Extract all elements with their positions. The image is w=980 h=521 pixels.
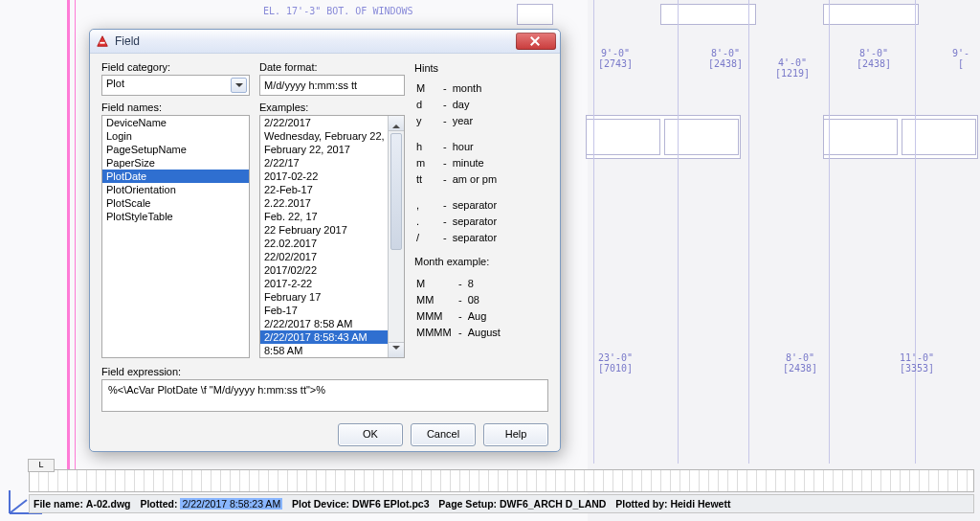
window-rect: [902, 119, 976, 155]
examples-item[interactable]: 22 February 2017: [260, 223, 389, 237]
status-plotted-label: Plotted:: [140, 498, 177, 510]
examples-item[interactable]: 2017-2-22: [260, 277, 389, 290]
window-rect: [660, 4, 756, 25]
window-rect: [823, 119, 898, 155]
dim-label: 8'-0"[2438]: [857, 48, 891, 69]
examples-item[interactable]: Feb-17: [260, 304, 389, 317]
hints-label: Hints: [414, 61, 548, 76]
examples-item[interactable]: February 17: [260, 290, 389, 304]
scroll-up-button[interactable]: [389, 116, 404, 131]
month-example-label: Month example:: [414, 255, 548, 269]
examples-item[interactable]: 2/22/2017: [260, 116, 389, 129]
field-category-label: Field category:: [101, 61, 250, 73]
scroll-thumb[interactable]: [390, 133, 402, 250]
field-names-item[interactable]: PlotScale: [102, 196, 249, 210]
examples-item[interactable]: 2017/02/22: [260, 263, 389, 277]
examples-label: Examples:: [259, 102, 405, 113]
field-names-item[interactable]: PlotOrientation: [102, 183, 249, 196]
gridline: [678, 0, 679, 464]
gridline: [593, 0, 594, 464]
status-device: DWF6 EPlot.pc3: [352, 498, 430, 510]
dim-label: 8'-0"[2438]: [708, 48, 743, 69]
examples-item[interactable]: Wednesday, February 22, 2017: [260, 129, 389, 143]
examples-item[interactable]: 22/02/2017: [260, 250, 389, 263]
expression-label: Field expression:: [101, 366, 548, 377]
expression-value: %<\AcVar PlotDate \f "M/d/yyyy h:mm:ss t…: [101, 379, 548, 412]
status-plottedby: Heidi Hewett: [670, 498, 730, 510]
examples-item[interactable]: 2/22/2017 8:58:43 AM: [260, 330, 389, 344]
ruler[interactable]: L: [29, 469, 974, 492]
status-bar: File name: A-02.dwg Plotted: 2/22/2017 8…: [29, 494, 974, 513]
ruler-tab[interactable]: L: [28, 459, 55, 472]
examples-item[interactable]: 8:58:43 AM: [260, 357, 389, 358]
dialog-title: Field: [115, 34, 516, 48]
gridline: [829, 0, 830, 464]
scroll-down-button[interactable]: [389, 342, 404, 357]
window-rect: [664, 119, 739, 155]
month-example-table: M-8MM-08MMM-AugMMMM-August: [414, 275, 506, 342]
examples-item[interactable]: Feb. 22, 17: [260, 210, 389, 223]
status-filename: A-02.dwg: [86, 498, 131, 510]
status-pagesetup: DWF6_ARCH D_LAND: [500, 498, 606, 510]
date-format-input[interactable]: M/d/yyyy h:mm:ss tt: [259, 75, 405, 96]
field-names-label: Field names:: [101, 102, 250, 113]
cancel-button[interactable]: Cancel: [411, 423, 476, 446]
gridline: [915, 0, 916, 464]
gridline: [748, 0, 749, 464]
field-category-value: Plot: [106, 78, 124, 89]
field-dialog: Field Field category: Plot Field names: …: [89, 29, 561, 452]
field-names-item[interactable]: PlotDate: [102, 170, 249, 183]
app-icon: [96, 34, 109, 48]
examples-item[interactable]: 22.02.2017: [260, 237, 389, 250]
status-pagesetup-label: Page Setup:: [438, 498, 497, 510]
dim-label: 9'-0"[2743]: [598, 48, 633, 69]
dim-label: 23'-0"[7010]: [598, 352, 633, 374]
status-device-label: Plot Device:: [292, 498, 349, 510]
close-button[interactable]: [516, 33, 556, 50]
ok-button[interactable]: OK: [338, 423, 403, 446]
examples-item[interactable]: 8:58 AM: [260, 344, 389, 357]
field-names-item[interactable]: Login: [102, 129, 249, 143]
dim-label: 4'-0"[1219]: [775, 57, 810, 79]
examples-item[interactable]: 2017-02-22: [260, 170, 389, 183]
field-category-combo[interactable]: Plot: [101, 75, 250, 96]
dim-label: 11'-0"[3353]: [900, 352, 934, 374]
field-names-list[interactable]: DeviceNameLoginPageSetupNamePaperSizePlo…: [101, 115, 250, 358]
examples-item[interactable]: 2.22.2017: [260, 196, 389, 210]
status-filename-label: File name:: [33, 498, 83, 510]
window-rect: [586, 119, 660, 155]
dim-label: 9'-[: [952, 48, 969, 69]
field-names-item[interactable]: PaperSize: [102, 156, 249, 170]
field-names-item[interactable]: PageSetupName: [102, 143, 249, 156]
status-plotted-value: 2/22/2017 8:58:23 AM: [180, 498, 282, 510]
window-rect: [823, 4, 919, 25]
svg-rect-0: [100, 42, 104, 44]
chevron-down-icon[interactable]: [231, 78, 247, 93]
dim-label: 8'-0"[2438]: [783, 352, 817, 374]
examples-item[interactable]: 22-Feb-17: [260, 183, 389, 196]
examples-item[interactable]: 2/22/17: [260, 156, 389, 170]
field-names-item[interactable]: DeviceName: [102, 116, 249, 129]
examples-list[interactable]: 2/22/2017Wednesday, February 22, 2017Feb…: [259, 115, 405, 358]
titlebar[interactable]: Field: [90, 30, 560, 54]
scrollbar[interactable]: [388, 116, 404, 357]
window-rect: [517, 4, 553, 25]
help-button[interactable]: Help: [483, 423, 548, 446]
elevation-note: EL. 17'-3" BOT. OF WINDOWS: [263, 6, 413, 16]
drawing-edge: [67, 0, 76, 471]
examples-item[interactable]: February 22, 2017: [260, 143, 389, 156]
status-plottedby-label: Plotted by:: [615, 498, 667, 510]
field-names-item[interactable]: PlotStyleTable: [102, 210, 249, 223]
hints-table: M-monthd-dayy-yearh-hourm-minutett-am or…: [414, 79, 502, 247]
date-format-label: Date format:: [259, 61, 405, 73]
examples-item[interactable]: 2/22/2017 8:58 AM: [260, 317, 389, 330]
